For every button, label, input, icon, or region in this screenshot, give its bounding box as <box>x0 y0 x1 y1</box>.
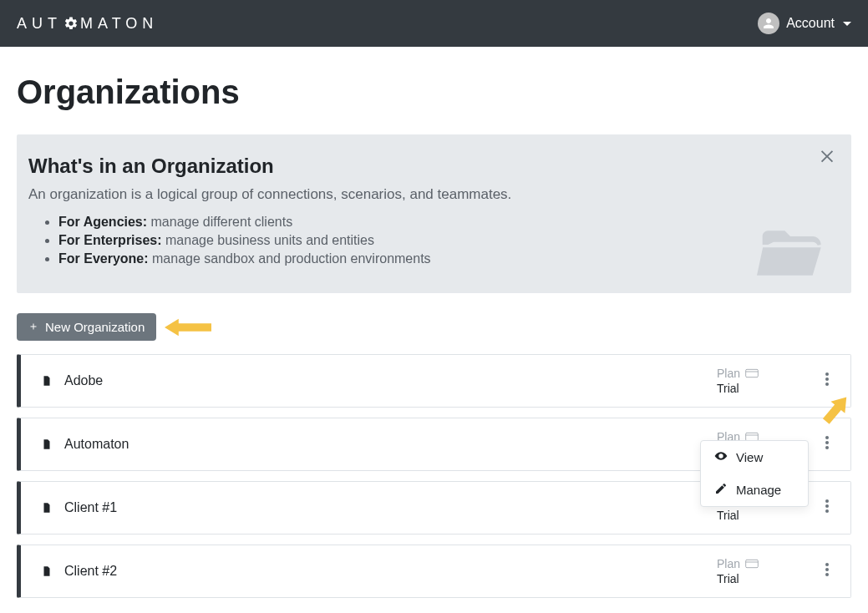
svg-point-10 <box>825 441 829 444</box>
svg-point-14 <box>825 499 829 503</box>
info-bullet-rest: manage different clients <box>147 215 292 229</box>
kebab-icon <box>825 499 829 513</box>
plan-value: Trial <box>717 382 809 395</box>
file-icon <box>41 501 53 514</box>
kebab-icon <box>825 563 829 576</box>
organization-name: Client #1 <box>64 500 117 515</box>
avatar-icon <box>758 13 779 34</box>
top-nav: AUT MATON Account <box>0 0 868 47</box>
row-actions-menu-trigger[interactable] <box>822 369 832 393</box>
file-icon <box>41 438 53 451</box>
svg-marker-6 <box>819 391 853 427</box>
main-content: Organizations What's in an Organization … <box>0 73 868 613</box>
plan-value: Trial <box>717 509 809 522</box>
plan-label-text: Plan <box>717 367 740 380</box>
new-org-label: New Organization <box>45 320 145 334</box>
brand-logo[interactable]: AUT MATON <box>17 15 158 33</box>
kebab-icon <box>825 372 829 386</box>
annotation-arrow-down-icon <box>817 390 855 428</box>
info-bullet-rest: manage business units and entities <box>162 233 374 247</box>
organization-list: Adobe Plan Trial Automaton <box>17 354 851 598</box>
organization-row[interactable]: Adobe Plan Trial <box>17 354 851 408</box>
organization-name: Client #2 <box>64 564 117 579</box>
eye-icon <box>714 449 728 465</box>
brand-text-right: MATON <box>80 15 158 33</box>
card-icon <box>745 559 759 569</box>
organization-row[interactable]: Client #2 Plan Trial <box>17 545 851 598</box>
close-icon[interactable] <box>818 146 836 168</box>
svg-point-5 <box>825 382 829 386</box>
info-bullet-strong: For Enterprises: <box>58 233 162 247</box>
svg-point-11 <box>825 446 829 449</box>
row-actions-dropdown: View Manage <box>700 440 809 507</box>
plan-label-text: Plan <box>717 557 740 570</box>
organization-name: Adobe <box>64 373 103 388</box>
account-menu[interactable]: Account <box>758 13 851 34</box>
file-icon <box>41 565 53 578</box>
gear-icon <box>63 16 79 31</box>
info-bullet-rest: manage sandbox and production environmen… <box>149 251 431 266</box>
info-bullet-strong: For Agencies: <box>58 215 147 229</box>
new-org-row: New Organization <box>17 313 851 341</box>
plan-label: Plan <box>717 557 809 570</box>
dropdown-item-view[interactable]: View <box>701 441 808 474</box>
svg-point-16 <box>825 509 829 513</box>
info-bullet: For Agencies: manage different clients <box>58 215 826 230</box>
dropdown-item-label: Manage <box>736 483 781 497</box>
caret-down-icon <box>843 22 851 26</box>
pencil-icon <box>714 482 728 498</box>
svg-point-3 <box>825 372 829 376</box>
svg-point-21 <box>825 573 829 576</box>
dropdown-item-label: View <box>736 450 763 464</box>
svg-point-15 <box>825 504 829 508</box>
info-panel: What's in an Organization An organizatio… <box>17 134 851 293</box>
svg-point-20 <box>825 568 829 571</box>
plus-icon <box>28 320 38 334</box>
info-description: An organization is a logical group of co… <box>28 186 826 203</box>
organization-row[interactable]: Automaton Plan Inte View <box>17 418 851 471</box>
info-bullet: For Enterprises: manage business units a… <box>58 233 826 248</box>
row-actions-menu-trigger[interactable] <box>822 433 832 456</box>
new-organization-button[interactable]: New Organization <box>17 313 156 341</box>
svg-point-4 <box>825 377 829 381</box>
info-title: What's in an Organization <box>28 155 826 178</box>
organization-name: Automaton <box>64 437 129 452</box>
brand-text-left: AUT <box>17 15 62 33</box>
svg-rect-1 <box>746 369 759 377</box>
svg-point-9 <box>825 436 829 439</box>
file-icon <box>41 374 53 388</box>
kebab-icon <box>825 436 829 449</box>
dropdown-item-manage[interactable]: Manage <box>701 474 808 506</box>
plan-label: Plan <box>717 367 809 380</box>
info-bullet-list: For Agencies: manage different clients F… <box>28 215 826 266</box>
row-actions-menu-trigger[interactable] <box>822 496 832 519</box>
info-bullet-strong: For Everyone: <box>58 251 149 266</box>
account-label: Account <box>786 16 835 31</box>
page-title: Organizations <box>17 73 851 111</box>
info-bullet: For Everyone: manage sandbox and product… <box>58 251 826 266</box>
annotation-arrow-left-icon <box>165 317 211 338</box>
svg-marker-0 <box>165 318 211 336</box>
folder-open-icon <box>744 220 836 290</box>
svg-rect-17 <box>746 560 759 567</box>
svg-point-19 <box>825 563 829 566</box>
row-actions-menu-trigger[interactable] <box>822 560 832 583</box>
plan-value: Trial <box>717 572 809 585</box>
card-icon <box>745 368 759 378</box>
